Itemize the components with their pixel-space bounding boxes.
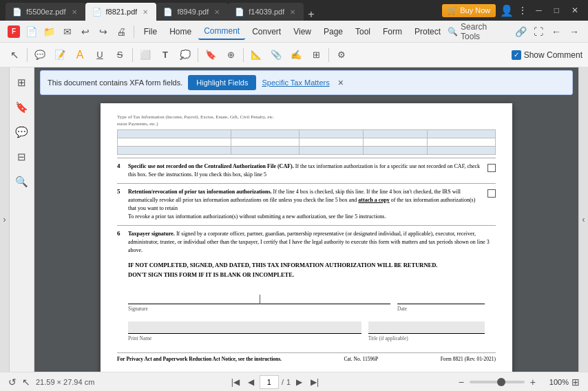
tab-close-3[interactable]: ✕ — [213, 7, 221, 17]
print-button[interactable]: 🖨 — [113, 23, 129, 40]
menu-form[interactable]: Form — [377, 24, 408, 39]
search-tools-label[interactable]: Search Tools — [461, 22, 508, 41]
first-page-button[interactable]: |◀ — [229, 376, 242, 388]
undo-button[interactable]: ↩ — [77, 23, 94, 40]
fit-page-button[interactable]: ⊞ — [571, 377, 580, 388]
strikethrough-button[interactable]: S — [111, 46, 129, 64]
section-5-num: 5 — [117, 188, 124, 195]
comment-icon: 💬 — [15, 126, 28, 138]
tab-close-1[interactable]: ✕ — [70, 7, 78, 17]
tab-close-4[interactable]: ✕ — [288, 7, 297, 17]
select-tool-button[interactable]: ↖ — [6, 46, 23, 64]
left-panel-toggle[interactable]: › — [0, 67, 10, 372]
menu-protect[interactable]: Protect — [409, 24, 446, 39]
menu-home[interactable]: Home — [164, 24, 197, 39]
sidebar-item-bookmarks[interactable]: 🔖 — [12, 98, 32, 117]
tab-f8949[interactable]: 📄 f8949.pdf ✕ — [156, 3, 228, 21]
stamp-button[interactable]: 🔖 — [202, 46, 220, 64]
zoom-slider[interactable] — [470, 381, 525, 383]
manage-button[interactable]: ⚙ — [333, 46, 350, 64]
text-comment-button[interactable]: 📝 — [51, 46, 69, 64]
menu-page[interactable]: Page — [318, 24, 348, 39]
sidebar-item-search[interactable]: 🔍 — [12, 172, 32, 191]
share-icon: 🔗 — [515, 26, 527, 37]
toolbar-sep-3 — [198, 48, 198, 62]
foxitlogo-button[interactable]: F — [6, 23, 22, 40]
toolbar-sep-5 — [328, 48, 329, 62]
sidebar-item-layers[interactable]: ⊟ — [12, 147, 32, 167]
signature-field[interactable] — [128, 288, 390, 304]
menu-tool[interactable]: Tool — [350, 24, 376, 39]
annotation-icon: 💬 — [34, 50, 45, 60]
forward-button[interactable]: → — [566, 23, 582, 40]
underline-button[interactable]: U — [91, 46, 109, 64]
section-divider-3 — [117, 225, 496, 226]
right-panel-toggle[interactable]: ‹ — [578, 67, 588, 372]
insert-button[interactable]: ⊕ — [222, 46, 240, 64]
measure-button[interactable]: 📐 — [247, 46, 265, 64]
zoom-in-button[interactable]: + — [527, 377, 538, 388]
search-icon: 🔍 — [448, 27, 458, 36]
tab-f14039[interactable]: 📄 f14039.pdf ✕ — [228, 3, 304, 21]
print-name-line — [128, 321, 485, 334]
email-button[interactable]: ✉ — [59, 23, 76, 40]
shapes-button[interactable]: ⬜ — [136, 46, 154, 64]
redo-button[interactable]: ↪ — [95, 23, 112, 40]
back-button[interactable]: ← — [548, 23, 565, 40]
pages-icon: ⊞ — [17, 76, 26, 89]
menu-convert[interactable]: Convert — [246, 24, 286, 39]
attach-button[interactable]: 📎 — [267, 46, 285, 64]
tab-label-3: f8949.pdf — [177, 8, 209, 16]
text-box-button[interactable]: T — [156, 46, 174, 64]
callout-button[interactable]: 💭 — [176, 46, 194, 64]
add-tab-button[interactable]: + — [304, 8, 318, 21]
share-button[interactable]: 🔗 — [512, 23, 529, 40]
highlight-button[interactable]: A — [71, 46, 89, 64]
menu-file[interactable]: File — [138, 24, 162, 39]
tab-f8821[interactable]: 📄 f8821.pdf ✕ — [85, 3, 157, 21]
menu-view[interactable]: View — [288, 24, 317, 39]
date-field[interactable] — [397, 288, 485, 304]
show-comment-toggle[interactable]: ✓ Show Comment — [512, 50, 582, 60]
close-button[interactable]: ✕ — [567, 6, 582, 15]
sidebar-item-comments[interactable]: 💬 — [12, 123, 32, 142]
fullscreen-button[interactable]: ⛶ — [530, 23, 547, 40]
page-number-input[interactable] — [260, 375, 279, 389]
minimize-button[interactable]: ─ — [532, 6, 546, 15]
buy-now-button[interactable]: 🛒 Buy Now — [442, 4, 496, 17]
specific-tax-link[interactable]: Specific Tax Matters — [262, 78, 329, 87]
signature-labels: Signature Date — [128, 306, 485, 312]
rotate-tool[interactable]: ↺ — [8, 377, 17, 388]
prev-page-button[interactable]: ◀ — [245, 376, 257, 388]
zoom-controls: − + 100% ⊞ — [456, 377, 580, 388]
title-field[interactable] — [368, 321, 485, 334]
toolbar-sep-1 — [27, 48, 28, 62]
more-icon[interactable]: ⋮ — [518, 5, 527, 16]
print-name-field[interactable] — [128, 321, 361, 334]
tab-f5500ez[interactable]: 📄 f5500ez.pdf ✕ — [6, 3, 85, 21]
group-button[interactable]: ⊞ — [307, 46, 325, 64]
annotation-button[interactable]: 💬 — [31, 46, 49, 64]
tab-close-2[interactable]: ✕ — [141, 7, 149, 17]
user-icon[interactable]: 👤 — [500, 4, 514, 17]
signature-icon: ✍ — [291, 50, 302, 60]
new-button[interactable]: 📄 — [23, 23, 40, 40]
main-area: › ⊞ 🔖 💬 ⊟ 🔍 This document contains XFA f… — [0, 67, 588, 372]
signature-button[interactable]: ✍ — [287, 46, 305, 64]
table-row-blue-1 — [118, 130, 496, 138]
highlight-fields-button[interactable]: Highlight Fields — [188, 75, 256, 90]
last-page-button[interactable]: ▶| — [308, 376, 322, 388]
section-5-checkbox[interactable] — [487, 189, 496, 198]
sidebar-item-pages[interactable]: ⊞ — [12, 73, 32, 92]
section-4-checkbox[interactable] — [487, 164, 496, 172]
open-button[interactable]: 📁 — [41, 23, 58, 40]
zoom-out-button[interactable]: − — [456, 377, 467, 388]
pdf-scroll-area[interactable]: Type of Tax Information (Income, Payroll… — [34, 98, 578, 372]
show-comment-checkbox[interactable]: ✓ — [512, 50, 521, 60]
left-sidebar: ⊞ 🔖 💬 ⊟ 🔍 — [10, 67, 34, 372]
maximize-button[interactable]: □ — [550, 6, 563, 15]
cursor-tool[interactable]: ↖ — [22, 377, 30, 388]
menu-comment[interactable]: Comment — [198, 23, 245, 40]
next-page-button[interactable]: ▶ — [293, 376, 305, 388]
xfa-close-button[interactable]: × — [338, 77, 344, 88]
